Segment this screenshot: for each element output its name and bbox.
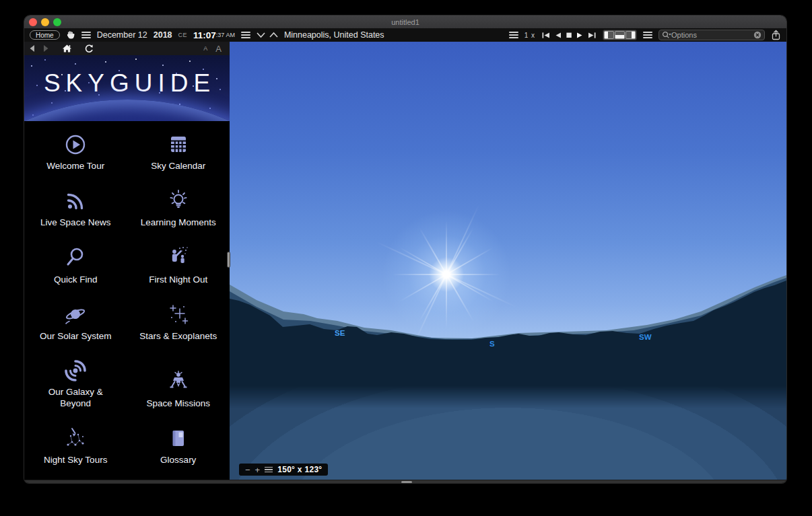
forward-icon[interactable]	[42, 44, 50, 52]
toolbar: Home December 12 2018 CE 11:07 :37 AM Mi…	[24, 28, 786, 42]
bottom-scrollbar	[24, 480, 786, 483]
share-icon[interactable]	[771, 30, 781, 40]
zoom-out-button[interactable]: −	[245, 466, 250, 474]
chevron-up-icon[interactable]	[269, 32, 278, 38]
sidebar-item-label: Space Missions	[146, 398, 210, 410]
stargazers-icon	[165, 245, 192, 272]
sidebar-item-label: First Night Out	[149, 274, 207, 286]
titlebar: untitled1	[24, 15, 786, 28]
sidebar-item-label: Stars & Exoplanets	[139, 331, 217, 342]
sidebar-item-label: Quick Find	[54, 274, 98, 286]
zoom-in-button[interactable]: +	[255, 466, 261, 474]
rss-icon	[62, 188, 89, 215]
play-reverse-icon[interactable]	[554, 32, 562, 39]
sidebar: A A SKYGUIDE Welcome Tour	[24, 42, 230, 480]
time-label[interactable]: 11:07	[193, 30, 216, 40]
skip-back-icon[interactable]	[541, 32, 550, 39]
time-meridiem: AM	[226, 32, 235, 38]
sidebar-item-label: Welcome Tour	[46, 161, 104, 172]
stop-icon[interactable]	[566, 32, 572, 39]
sidebar-item-glossary[interactable]: Glossary	[127, 415, 230, 472]
sidebar-item-stars-exoplanets[interactable]: Stars & Exoplanets	[127, 291, 230, 348]
layout-right-pane-icon[interactable]	[625, 31, 636, 39]
app-window: untitled1 Home December 12 2018 CE 11:07…	[24, 15, 786, 483]
galaxy-icon	[62, 357, 89, 384]
location-label[interactable]: Minneapolis, United States	[284, 30, 384, 40]
sidebar-item-label: Night Sky Tours	[44, 455, 107, 466]
time-menu-icon[interactable]	[241, 30, 250, 40]
search-input[interactable]	[671, 31, 753, 39]
fov-indicator: − + 150° x 123°	[239, 464, 328, 476]
lightbulb-icon	[165, 188, 192, 215]
pan-hand-icon[interactable]	[66, 30, 75, 40]
clear-search-icon[interactable]	[753, 31, 762, 39]
compass-label-se: SE	[335, 329, 345, 337]
sidebar-item-night-sky-tours[interactable]: Night Sky Tours	[24, 415, 127, 472]
home-icon[interactable]	[62, 44, 72, 53]
sidebar-item-label: Sky Calendar	[151, 161, 205, 172]
window-title: untitled1	[24, 18, 786, 26]
sidebar-item-label: Our Solar System	[40, 331, 112, 342]
era-label: CE	[178, 32, 188, 38]
calendar-icon	[165, 131, 192, 158]
sidebar-item-first-night-out[interactable]: First Night Out	[127, 234, 230, 291]
sidebar-item-label: Glossary	[160, 455, 196, 466]
play-circle-icon	[62, 131, 89, 158]
scrollbar-handle[interactable]	[401, 481, 412, 483]
chevron-down-icon[interactable]	[257, 32, 265, 38]
lunar-lander-icon	[165, 369, 192, 396]
year-label[interactable]: 2018	[154, 30, 172, 40]
sidebar-header: SKYGUIDE	[24, 55, 230, 121]
zoom-button[interactable]	[53, 18, 61, 26]
sidebar-item-quick-find[interactable]: Quick Find	[24, 234, 127, 291]
date-menu-icon[interactable]	[81, 30, 91, 40]
playback-menu-icon[interactable]	[509, 30, 518, 40]
time-seconds: :37	[216, 32, 225, 38]
sidebar-item-our-galaxy-beyond[interactable]: Our Galaxy & Beyond	[24, 348, 127, 415]
view-menu-icon[interactable]	[643, 30, 652, 40]
sidebar-item-label: Live Space News	[40, 217, 110, 229]
sidebar-item-label: Our Galaxy & Beyond	[44, 387, 107, 410]
layout-bottom-pane-icon[interactable]	[615, 31, 625, 39]
saturn-icon	[62, 301, 89, 328]
sidebar-item-live-space-news[interactable]: Live Space News	[24, 178, 127, 234]
play-icon[interactable]	[576, 32, 584, 39]
fov-menu-icon[interactable]	[265, 466, 273, 474]
starfield	[24, 55, 26, 57]
sidebar-item-our-solar-system[interactable]: Our Solar System	[24, 291, 127, 348]
search-icon	[662, 31, 671, 39]
sidebar-item-welcome-tour[interactable]: Welcome Tour	[24, 121, 127, 178]
content-area: A A SKYGUIDE Welcome Tour	[24, 42, 786, 480]
planet-horizon	[24, 100, 230, 121]
sidebar-item-sky-calendar[interactable]: Sky Calendar	[127, 121, 230, 178]
book-icon	[165, 425, 192, 452]
font-larger-button[interactable]: A	[215, 44, 222, 54]
time-rate[interactable]: 1 x	[525, 32, 535, 39]
refresh-icon[interactable]	[84, 44, 94, 54]
back-icon[interactable]	[28, 44, 36, 52]
compass-label-sw: SW	[639, 333, 652, 341]
layout-toggle-group	[603, 30, 637, 40]
sidebar-item-learning-moments[interactable]: Learning Moments	[127, 178, 230, 234]
layout-left-pane-icon[interactable]	[604, 31, 614, 39]
font-smaller-button[interactable]: A	[203, 45, 207, 52]
pane-divider-grip[interactable]	[227, 252, 230, 268]
close-button[interactable]	[29, 18, 37, 26]
constellation-icon	[62, 425, 89, 452]
sidebar-item-label: Learning Moments	[141, 217, 216, 229]
skip-forward-icon[interactable]	[588, 32, 597, 39]
magnifier-icon	[62, 245, 89, 272]
fov-value: 150° x 123°	[277, 465, 322, 474]
compass-label-s: S	[489, 340, 495, 348]
search-field[interactable]	[658, 30, 765, 40]
app-logo: SKYGUIDE	[24, 69, 230, 98]
minimize-button[interactable]	[41, 18, 49, 26]
home-button[interactable]: Home	[30, 30, 60, 40]
sidebar-item-space-missions[interactable]: Space Missions	[127, 348, 230, 415]
sky-viewport[interactable]: SE S SW − + 150° x 123°	[230, 42, 786, 480]
sparkles-icon	[165, 301, 192, 328]
sidebar-navbar: A A	[24, 42, 230, 55]
date-label[interactable]: December 12	[97, 30, 147, 40]
sidebar-menu: Welcome Tour Sky Calendar	[24, 121, 230, 480]
